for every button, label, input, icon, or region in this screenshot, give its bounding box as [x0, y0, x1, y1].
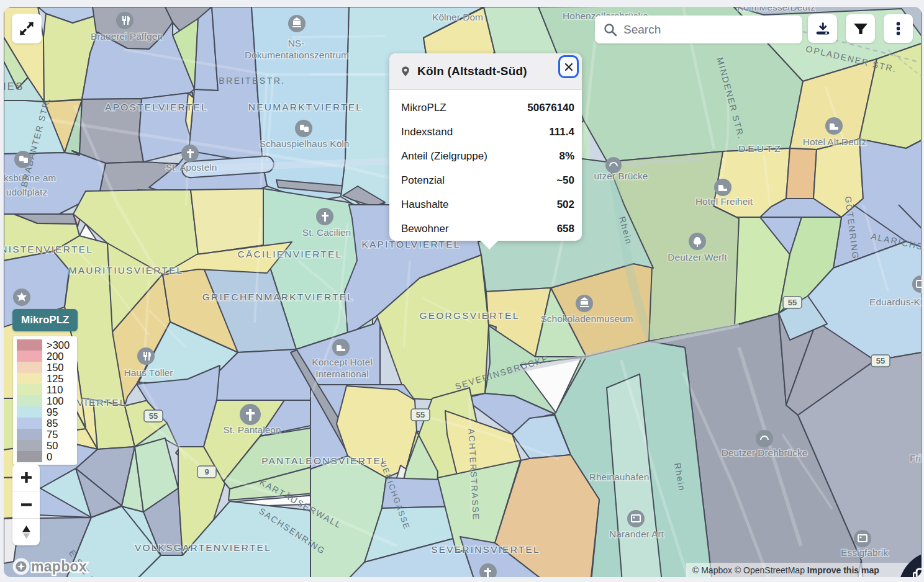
svg-text:Eduardus-K: Eduardus-K — [869, 297, 921, 307]
svg-text:Haus Töller: Haus Töller — [124, 367, 173, 378]
svg-text:Brauerei Päffgen: Brauerei Päffgen — [91, 31, 163, 42]
svg-text:utzer Brücke: utzer Brücke — [594, 171, 648, 181]
svg-text:PANTALEONSVIERTEL: PANTALEONSVIERTEL — [261, 455, 388, 466]
svg-text:NS-: NS- — [288, 38, 305, 48]
svg-text:Köln Messe/Deutz: Köln Messe/Deutz — [737, 7, 815, 12]
svg-text:MAURITIUSVIERTEL: MAURITIUSVIERTEL — [69, 265, 184, 275]
svg-text:Deutzer Drehbrücke: Deutzer Drehbrücke — [722, 447, 808, 458]
svg-text:St. Pantaleon: St. Pantaleon — [223, 424, 281, 435]
svg-text:CÄCILIENVIERTEL: CÄCILIENVIERTEL — [238, 249, 343, 259]
svg-text:Schokoladenmuseum: Schokoladenmuseum — [540, 313, 633, 324]
svg-text:55: 55 — [149, 411, 158, 421]
svg-text:Hotel Freiheit: Hotel Freiheit — [695, 196, 753, 207]
svg-text:Kölner Dom: Kölner Dom — [432, 12, 483, 22]
svg-text:NEUMARKTVIERTEL: NEUMARKTVIERTEL — [248, 102, 363, 112]
svg-text:St. Aposteln: St. Aposteln — [166, 162, 217, 172]
svg-text:Deutzer Werft: Deutzer Werft — [668, 252, 727, 262]
svg-text:GEORGSVIERTEL: GEORGSVIERTEL — [420, 310, 520, 321]
svg-text:udolfplatz: udolfplatz — [6, 187, 47, 197]
svg-text:Hotel Alt Deutz: Hotel Alt Deutz — [803, 137, 867, 147]
svg-text:mapbox: mapbox — [31, 558, 87, 575]
svg-text:DEUTZ: DEUTZ — [738, 143, 783, 154]
svg-text:International: International — [315, 369, 368, 379]
svg-text:St. Cäcilien: St. Cäcilien — [302, 227, 351, 238]
svg-text:Rheinauhafen: Rheinauhafen — [589, 472, 650, 482]
svg-text:NVIERTEL: NVIERTEL — [68, 397, 126, 408]
svg-text:VOLKSGARTENVIERTEL: VOLKSGARTENVIERTEL — [135, 542, 271, 553]
svg-text:Koncept Hotel: Koncept Hotel — [312, 357, 372, 367]
svg-text:IES: IES — [4, 81, 24, 92]
svg-text:55: 55 — [876, 356, 885, 365]
svg-text:Fri: Fri — [910, 453, 921, 463]
svg-text:Schauspielhaus Köln: Schauspielhaus Köln — [260, 138, 350, 149]
svg-text:GRIECHENMARKTVIERTEL: GRIECHENMARKTVIERTEL — [202, 292, 354, 302]
svg-text:Dokumentationszentrum: Dokumentationszentrum — [245, 50, 349, 60]
svg-text:Narander Art: Narander Art — [609, 529, 664, 539]
svg-text:55: 55 — [788, 298, 797, 307]
svg-text:55: 55 — [416, 410, 425, 419]
svg-text:Essigfabrik: Essigfabrik — [841, 547, 888, 558]
svg-text:SEVERINSVIERTEL: SEVERINSVIERTEL — [431, 544, 540, 555]
svg-text:BREITESTR.: BREITESTR. — [219, 76, 285, 86]
svg-text:9: 9 — [204, 467, 209, 477]
svg-text:ÖNISTENVIERTEL: ÖNISTENVIERTEL — [4, 244, 93, 254]
svg-text:APOSTELVIERTEL: APOSTELVIERTEL — [105, 102, 207, 112]
